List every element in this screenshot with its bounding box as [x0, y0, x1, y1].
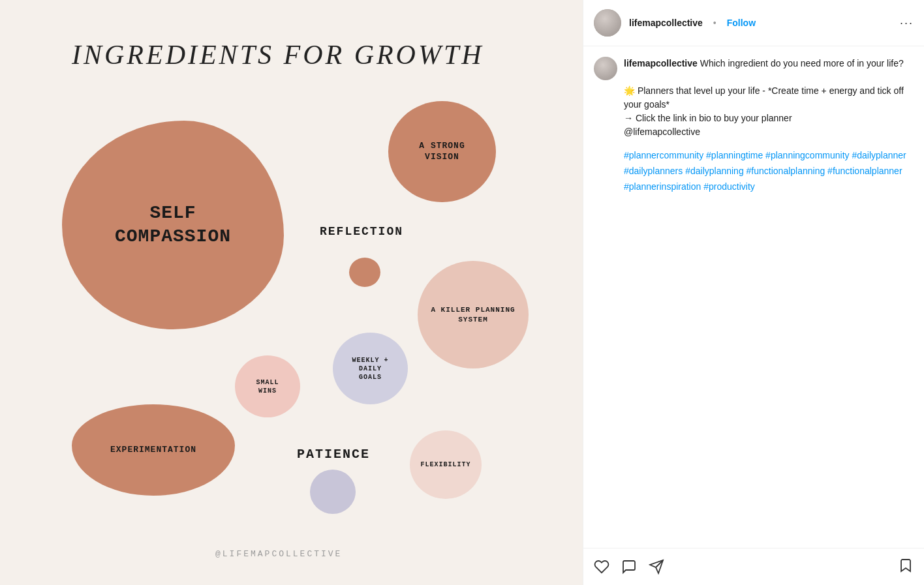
bubble-small-wins: SMALLWINS: [235, 355, 300, 417]
hashtags: #plannercommunity #planningtime #plannin…: [624, 148, 914, 194]
dot-patience: [310, 470, 356, 514]
bubble-weekly: WEEKLY +DAILYGOALS: [333, 333, 408, 404]
bubble-weekly-label: WEEKLY +DAILYGOALS: [352, 356, 388, 382]
header-username[interactable]: lifemapcollective: [629, 18, 703, 28]
caption-block: lifemapcollective Which ingredient do yo…: [594, 57, 914, 194]
bubble-planning: A KILLER PLANNINGSYSTEM: [418, 261, 529, 368]
sidebar-body: lifemapcollective Which ingredient do yo…: [583, 46, 924, 548]
post-image: INGREDIENTS FOR GROWTH SELFCOMPASSION A …: [0, 0, 583, 585]
bubble-vision-label: A STRONGVISION: [419, 141, 465, 163]
caption-text: lifemapcollective Which ingredient do yo…: [624, 57, 914, 194]
watermark: @LIFEMAPCOLLECTIVE: [215, 549, 342, 559]
bubble-planning-label: A KILLER PLANNINGSYSTEM: [431, 305, 515, 324]
bubble-self-compassion-label: SELFCOMPASSION: [115, 202, 231, 249]
sidebar-header: lifemapcollective • Follow ···: [583, 0, 924, 46]
bubble-flexibility-label: FLEXIBILITY: [420, 460, 470, 469]
bubble-experimentation-label: EXPERIMENTATION: [110, 445, 196, 456]
follow-button[interactable]: Follow: [727, 18, 756, 28]
bubble-experimentation: EXPERIMENTATION: [72, 404, 235, 496]
more-options-button[interactable]: ···: [900, 16, 914, 30]
sidebar-footer: [583, 548, 924, 585]
post-image-title: INGREDIENTS FOR GROWTH: [72, 39, 484, 70]
patience-label: PATIENCE: [297, 447, 370, 462]
caption-avatar[interactable]: [594, 57, 617, 80]
reflection-label: REFLECTION: [320, 225, 403, 238]
comment-button[interactable]: [621, 559, 637, 575]
bubble-vision: A STRONGVISION: [388, 101, 496, 202]
bubble-flexibility: FLEXIBILITY: [410, 430, 482, 499]
bubble-self-compassion: SELFCOMPASSION: [62, 121, 284, 329]
dot-reflection: [349, 258, 380, 287]
bubble-small-wins-label: SMALLWINS: [256, 378, 279, 395]
caption-main-text: Which ingredient do you need more of in …: [624, 58, 904, 137]
bookmark-button[interactable]: [898, 558, 914, 576]
caption-username[interactable]: lifemapcollective: [624, 58, 698, 68]
like-button[interactable]: [594, 559, 609, 575]
share-button[interactable]: [649, 559, 664, 575]
header-dot: •: [713, 18, 716, 28]
sidebar: lifemapcollective • Follow ··· lifemapco…: [583, 0, 924, 585]
avatar[interactable]: [594, 9, 621, 37]
